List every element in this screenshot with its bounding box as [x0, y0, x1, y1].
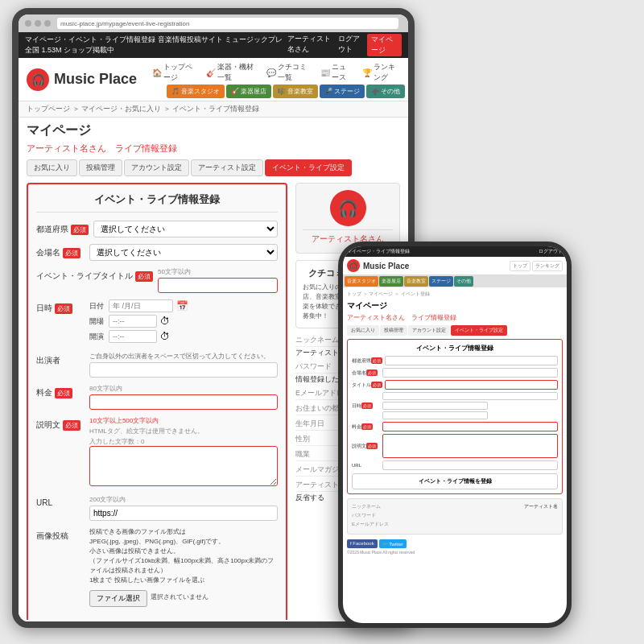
phone-nav-studio[interactable]: 音楽スタジオ — [345, 276, 378, 287]
phone-tab-event[interactable]: イベント・ライブ設定 — [451, 325, 507, 336]
start-time-input[interactable] — [109, 315, 157, 328]
performers-label: 出演者 — [36, 352, 85, 366]
phone-start-input[interactable] — [382, 402, 488, 410]
phone-nickname-value: アーティスト名 — [524, 503, 558, 510]
phone-logo-icon: 🎧 — [347, 259, 360, 272]
tab-favorites[interactable]: お気に入り — [27, 159, 77, 176]
nav-top: 🏠 トップページ 🎸 楽器・機材一覧 💬 クチコミ一覧 📰 ニュース — [145, 58, 408, 85]
form-row-url: URL 200文字以内 — [36, 495, 278, 521]
topbar-logout[interactable]: ログアウト — [338, 34, 365, 56]
phone-fee-input[interactable] — [382, 422, 558, 431]
phone-desc-textarea[interactable] — [382, 434, 558, 458]
file-select-button[interactable]: ファイル選択 — [89, 590, 147, 607]
browser-url[interactable]: music-place.jp/mypage/event-live-registr… — [57, 18, 398, 29]
start-time-row: 開場 ⏱ — [89, 315, 278, 328]
logo-icon: 🎧 — [27, 68, 49, 91]
url-input[interactable] — [89, 506, 278, 521]
phone-page-subtitle: アーティスト名さん ライブ情報登録 — [347, 313, 563, 322]
venue-label: 会場名 必須 — [36, 244, 85, 258]
char-count: 入力した文字数：0 — [89, 437, 278, 446]
phone-title-label: タイトル必須 — [352, 382, 382, 389]
url-field: 200文字以内 — [89, 495, 278, 521]
phone-nav-shop[interactable]: 楽器屋店 — [379, 276, 403, 287]
phone-footer-copyright: ©2023 Music Place All rights reserved — [347, 550, 563, 555]
nav-top-news[interactable]: 📰 ニュース — [316, 60, 357, 85]
phone-url-input[interactable] — [382, 460, 558, 470]
phone-tab-favorites[interactable]: お気に入り — [347, 325, 379, 336]
page-subtitle: アーティスト名さん ライブ情報登録 — [27, 142, 400, 155]
phone-title-row: タイトル必須 — [352, 380, 558, 390]
phone-password-label: パスワード — [352, 512, 384, 519]
image-label: 画像投稿 — [36, 527, 85, 542]
event-title-hint: 50文字以内 — [158, 267, 278, 276]
phone-desc-row: 説明文必須 — [352, 434, 558, 458]
phone-url-label: URL — [352, 463, 380, 468]
end-time-input[interactable] — [109, 330, 157, 343]
phone-venue-label: 会場名必須 — [352, 369, 380, 377]
prefecture-field: 選択してください — [93, 221, 278, 237]
phone-nav-ranking[interactable]: ランキング — [532, 261, 563, 271]
twitter-button[interactable]: 🐦 Twitter — [379, 539, 407, 548]
tab-account[interactable]: アカウント設定 — [124, 159, 189, 176]
phone-prefecture-row: 都道府県必須 — [352, 356, 558, 365]
topbar-user[interactable]: アーティスト名さん — [287, 34, 335, 56]
phone-end-input[interactable] — [382, 411, 488, 419]
phone-nav-other[interactable]: その他 — [454, 276, 473, 287]
comment-icon: 💬 — [266, 68, 276, 77]
phone-venue-input[interactable] — [382, 368, 558, 378]
phone-url-row: URL — [352, 460, 558, 470]
url-label: URL — [36, 495, 85, 507]
date-label: 日付 — [89, 301, 105, 312]
phone-tab-account[interactable]: アカウント設定 — [408, 325, 450, 336]
phone-submit-button[interactable]: イベント・ライブ情報を登録 — [352, 473, 558, 489]
breadcrumb: トップページ ＞ マイページ・お気に入り ＞ イベント・ライブ情報登録 — [19, 101, 408, 118]
performers-input[interactable] — [89, 362, 278, 378]
form-row-image: 画像投稿 投稿できる画像のファイル形式は JPEG(.jpg, .jpeg)、P… — [36, 527, 278, 607]
nav-music-school[interactable]: 🎼 音楽教室 — [273, 85, 318, 98]
nav-top-home-label: トップページ — [163, 62, 196, 83]
facebook-button[interactable]: f Facebook — [347, 539, 378, 548]
file-name-label: 選択されていません — [151, 592, 208, 602]
phone-nav-school[interactable]: 音楽教室 — [404, 276, 428, 287]
phone-venue-row: 会場名必須 — [352, 368, 558, 378]
nav-studio[interactable]: 🎵 音楽スタジオ — [167, 85, 225, 98]
fee-field: 80文字以内 — [89, 384, 278, 410]
phone-title-input[interactable] — [385, 380, 558, 390]
nav-instruments-shop[interactable]: 🎸 楽器屋店 — [226, 85, 271, 98]
description-textarea[interactable] — [89, 446, 278, 486]
prefecture-select[interactable]: 選択してください — [93, 221, 278, 237]
tab-event[interactable]: イベント・ライブ設定 — [265, 159, 352, 176]
nav-top-instruments[interactable]: 🎸 楽器・機材一覧 — [202, 60, 260, 85]
datetime-required: 必須 — [55, 303, 72, 314]
phone-nav-stage[interactable]: ステージ — [429, 276, 453, 287]
nav-top-home[interactable]: 🏠 トップページ — [148, 60, 200, 85]
tab-artist[interactable]: アーティスト設定 — [191, 159, 263, 176]
phone-header: 🎧 Music Place トップ ランキング — [343, 257, 567, 275]
phone-prefecture-input[interactable] — [385, 356, 558, 365]
phone-date-input[interactable] — [382, 392, 558, 400]
shop-icon: 🎸 — [231, 88, 239, 95]
nav-music-school-label: 音楽教室 — [287, 87, 313, 96]
venue-select[interactable]: 選択してください — [89, 244, 278, 261]
phone-logo-text: Music Place — [363, 262, 409, 270]
event-title-label: イベント・ライブタイトル 必須 — [36, 267, 153, 282]
phone-nav-home[interactable]: トップ — [510, 261, 530, 271]
tab-posts[interactable]: 投稿管理 — [79, 159, 122, 176]
nav-top-reviews[interactable]: 💬 クチコミ一覧 — [262, 60, 315, 85]
event-title-required: 必須 — [135, 271, 153, 282]
date-input[interactable] — [109, 299, 173, 312]
browser-dot-red — [25, 20, 31, 27]
phone-email-label: Eメールアドレス — [352, 521, 389, 528]
phone-tab-posts[interactable]: 投稿管理 — [380, 325, 407, 336]
nav-top-ranking[interactable]: 🏆 ランキング — [358, 60, 405, 85]
form-section: イベント・ライブ情報登録 都道府県 必須 選択してください — [27, 183, 287, 620]
prefecture-label: 都道府県 必須 — [36, 221, 89, 235]
nav-other[interactable]: ➕ その他 — [366, 85, 405, 98]
event-title-input[interactable] — [158, 278, 278, 293]
site-logo[interactable]: 🎧 Music Place — [19, 58, 145, 101]
nav-top-instruments-label: 楽器・機材一覧 — [217, 62, 256, 83]
topbar-mypage[interactable]: マイページ — [367, 34, 402, 56]
nav-stage[interactable]: 🎤 ステージ — [320, 85, 365, 98]
fee-input[interactable] — [89, 394, 278, 410]
venue-field: 選択してください — [89, 244, 278, 261]
